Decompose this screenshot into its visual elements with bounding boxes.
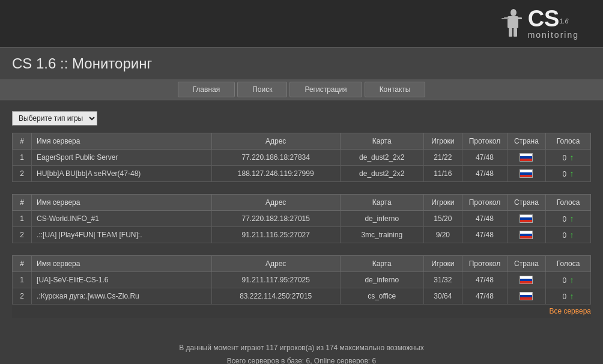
nav-item-main[interactable]: Главная: [178, 82, 235, 97]
col-header-players-3: Игроки: [423, 256, 462, 272]
cell-players: 9/20: [423, 227, 462, 243]
cs-soldier-icon: [495, 8, 524, 39]
svg-rect-5: [514, 28, 517, 37]
vote-up-icon[interactable]: ↑: [570, 214, 574, 223]
vote-up-icon[interactable]: ↑: [570, 230, 574, 240]
cell-name[interactable]: [UA]-SeV-ElitE-CS-1.6: [32, 272, 212, 288]
vote-up-icon[interactable]: ↑: [570, 169, 574, 178]
cell-address: 188.127.246.119:27999: [211, 166, 340, 182]
cell-map: de_inferno: [340, 272, 423, 288]
cell-country: [507, 166, 545, 182]
title-bar: CS 1.6 :: Мониторинг: [0, 48, 603, 79]
col-header-hash-3: #: [13, 256, 32, 272]
table-header-row-3: # Имя сервера Адрес Карта Игроки Протоко…: [13, 256, 591, 272]
game-type-select[interactable]: Выберите тип игрыCS 1.6CS:GOCS:S: [12, 111, 97, 126]
col-header-protocol-1: Протокол: [462, 133, 507, 150]
cell-protocol: 47/48: [462, 227, 507, 243]
cell-votes: 0 ↑: [546, 272, 591, 288]
svg-rect-6: [501, 18, 509, 19]
cell-name[interactable]: EagerSport Public Server: [32, 150, 212, 166]
cell-address: 91.211.116.25:27027: [211, 227, 340, 243]
server-table-1: # Имя сервера Адрес Карта Игроки Протоко…: [12, 133, 591, 182]
header: CS1.6 monitoring: [0, 0, 603, 48]
cell-num: 1: [13, 272, 32, 288]
cell-votes: 0 ↑: [546, 227, 591, 243]
cell-map: de_dust2_2x2: [340, 166, 423, 182]
logo-version-label: 1.6: [559, 17, 568, 25]
col-header-address-2: Адрес: [211, 195, 340, 211]
flag-russia-icon: [520, 231, 533, 239]
cell-address: 77.220.182.18:27015: [211, 211, 340, 227]
cell-num: 1: [13, 211, 32, 227]
col-header-map-3: Карта: [340, 256, 423, 272]
table-row: 1 [UA]-SeV-ElitE-CS-1.6 91.211.117.95:27…: [13, 272, 591, 288]
col-header-protocol-3: Протокол: [462, 256, 507, 272]
cell-num: 2: [13, 166, 32, 182]
cell-name[interactable]: CS-World.INFO_#1: [32, 211, 212, 227]
col-header-hash-2: #: [13, 195, 32, 211]
page-title: CS 1.6 :: Мониторинг: [12, 55, 591, 72]
cell-name[interactable]: .::[UA] |Play4FUN| TEAM [FUN]:.: [32, 227, 212, 243]
logo-text-block: CS1.6 monitoring: [528, 7, 579, 40]
col-header-address-3: Адрес: [211, 256, 340, 272]
cell-protocol: 47/48: [462, 211, 507, 227]
cell-votes: 0 ↑: [546, 211, 591, 227]
server-section-3: # Имя сервера Адрес Карта Игроки Протоко…: [12, 255, 591, 318]
cell-country: [507, 211, 545, 227]
footer-stats: В данный момент играют 117 игроков(а) из…: [12, 330, 591, 364]
table-row: 2 HU[bb]A BU[bb]A seRVer(47-48) 188.127.…: [13, 166, 591, 182]
col-header-players-1: Игроки: [423, 133, 462, 150]
table-header-row-2: # Имя сервера Адрес Карта Игроки Протоко…: [13, 195, 591, 211]
cell-name[interactable]: .:Курская дуга:.[www.Cs-Zlo.Ru: [32, 288, 212, 305]
vote-up-icon[interactable]: ↑: [570, 275, 574, 285]
cell-num: 2: [13, 227, 32, 243]
svg-point-0: [511, 9, 517, 16]
col-header-votes-1: Голоса: [546, 133, 591, 150]
cell-protocol: 47/48: [462, 150, 507, 166]
cell-address: 83.222.114.250:27015: [211, 288, 340, 305]
cell-num: 2: [13, 288, 32, 305]
all-servers-link[interactable]: Все сервера: [12, 305, 591, 318]
cell-votes: 0 ↑: [546, 288, 591, 305]
server-table-2: # Имя сервера Адрес Карта Игроки Протоко…: [12, 194, 591, 243]
logo: CS1.6 monitoring: [495, 7, 579, 40]
cell-country: [507, 272, 545, 288]
col-header-name-2: Имя сервера: [32, 195, 212, 211]
flag-russia-icon: [520, 292, 533, 300]
flag-russia-icon: [520, 153, 533, 162]
col-header-country-2: Страна: [507, 195, 545, 211]
svg-rect-3: [517, 17, 522, 19]
navbar: Главная Поиск Регистрация Контакты: [0, 79, 603, 100]
cell-protocol: 47/48: [462, 166, 507, 182]
vote-up-icon[interactable]: ↑: [570, 291, 574, 301]
col-header-votes-2: Голоса: [546, 195, 591, 211]
table-row: 1 EagerSport Public Server 77.220.186.18…: [13, 150, 591, 166]
table-header-row-1: # Имя сервера Адрес Карта Игроки Протоко…: [13, 133, 591, 150]
cell-map: 3mc_training: [340, 227, 423, 243]
cell-players: 31/32: [423, 272, 462, 288]
server-section-2: # Имя сервера Адрес Карта Игроки Протоко…: [12, 194, 591, 243]
nav-item-register[interactable]: Регистрация: [289, 82, 362, 97]
cell-num: 1: [13, 150, 32, 166]
nav-item-contacts[interactable]: Контакты: [365, 82, 426, 97]
cell-players: 30/64: [423, 288, 462, 305]
col-header-hash-1: #: [13, 133, 32, 150]
stats-line2: Всего серверов в базе: 6, Online серверо…: [12, 355, 591, 364]
cell-players: 21/22: [423, 150, 462, 166]
cell-protocol: 47/48: [462, 288, 507, 305]
cell-name[interactable]: HU[bb]A BU[bb]A seRVer(47-48): [32, 166, 212, 182]
cell-players: 11/16: [423, 166, 462, 182]
col-header-map-1: Карта: [340, 133, 423, 150]
vote-up-icon[interactable]: ↑: [570, 153, 574, 162]
server-section-1: # Имя сервера Адрес Карта Игроки Протоко…: [12, 133, 591, 182]
col-header-protocol-2: Протокол: [462, 195, 507, 211]
server-table-3: # Имя сервера Адрес Карта Игроки Протоко…: [12, 255, 591, 305]
filter-bar: Выберите тип игрыCS 1.6CS:GOCS:S: [12, 111, 591, 126]
cell-votes: 0 ↑: [546, 150, 591, 166]
svg-rect-4: [509, 28, 512, 37]
table-row: 1 CS-World.INFO_#1 77.220.182.18:27015 d…: [13, 211, 591, 227]
col-header-country-1: Страна: [507, 133, 545, 150]
nav-item-search[interactable]: Поиск: [237, 82, 287, 97]
cell-map: de_dust2_2x2: [340, 150, 423, 166]
table-row: 2 .::[UA] |Play4FUN| TEAM [FUN]:. 91.211…: [13, 227, 591, 243]
